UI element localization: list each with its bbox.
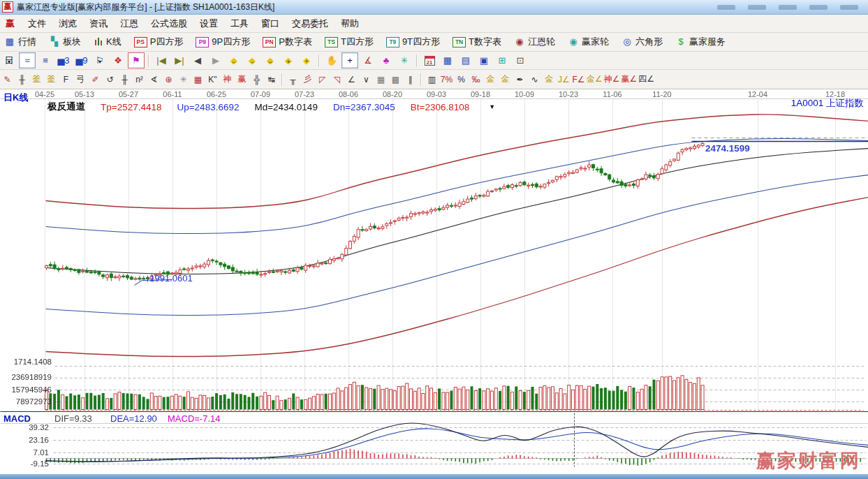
color-flag-icon[interactable]: ⚑	[128, 52, 145, 68]
dense-grid-icon[interactable]: ▦	[374, 72, 388, 87]
shen-angle-icon[interactable]: 神∠	[603, 72, 621, 87]
trend-wave-icon[interactable]: ≈	[19, 52, 36, 68]
menu-设置[interactable]: 设置	[193, 16, 224, 31]
menu-江恩[interactable]: 江恩	[114, 16, 145, 31]
t-square-button[interactable]: TST四方形	[321, 34, 378, 50]
shen-tool-icon[interactable]: 神	[220, 72, 235, 87]
t9-square-button[interactable]: T99T四方形	[382, 34, 444, 50]
gold-gauge-icon[interactable]: 釜	[29, 72, 44, 87]
menu-浏览[interactable]: 浏览	[52, 16, 83, 31]
gann-shape-icon[interactable]: ♣	[378, 52, 395, 68]
ruler-123-icon[interactable]: ╬	[249, 72, 264, 87]
save-icon[interactable]: ▣	[476, 52, 492, 68]
gold-line-icon[interactable]: 金	[498, 72, 513, 87]
hexagon-button[interactable]: ◎六角形	[617, 34, 667, 50]
menu-帮助[interactable]: 帮助	[334, 16, 365, 31]
time-ruler-icon[interactable]: ╫	[15, 72, 29, 87]
menu-文件[interactable]: 文件	[22, 16, 52, 31]
win-tool-icon[interactable]: 赢	[235, 72, 249, 87]
winner-service-button[interactable]: $赢家服务	[671, 34, 730, 50]
f-gauge-icon[interactable]: F	[59, 72, 73, 87]
gold-circle-icon[interactable]: 金	[483, 72, 498, 87]
wave-tool-icon[interactable]: ∿	[527, 72, 542, 87]
scale-list-icon[interactable]: ▥	[425, 72, 439, 87]
ray-fan-icon[interactable]: 彡	[300, 72, 315, 87]
diamond-cross-icon[interactable]: ◆+	[280, 52, 297, 68]
bars-9-icon[interactable]: ▅9	[73, 52, 90, 68]
gann-wheel-button[interactable]: ◉江恩轮	[510, 34, 559, 50]
percent-strike-icon[interactable]: 7%	[439, 72, 454, 87]
channel-dropdown-arrow[interactable]: ▼	[489, 103, 495, 110]
gold-angle-icon[interactable]: 金∠	[586, 72, 603, 87]
star-rays-icon[interactable]: ✳	[176, 72, 191, 87]
p-table-button[interactable]: PNP数字表	[258, 34, 316, 50]
notes-icon[interactable]: ▤	[457, 52, 474, 68]
dense-grid2-icon[interactable]: ▩	[388, 72, 403, 87]
width-measure-icon[interactable]: ↹	[264, 72, 279, 87]
zigzag-icon[interactable]: ∨	[359, 72, 374, 87]
crosshair-icon[interactable]: +	[341, 52, 358, 68]
p9-square-button[interactable]: P99P四方形	[191, 34, 254, 50]
diamond-right-icon[interactable]: ◆→	[244, 52, 260, 68]
four-angle-icon[interactable]: 四∠	[638, 72, 655, 87]
prev-bar-icon[interactable]: ◀	[189, 52, 206, 68]
titlebar-shortcut[interactable]	[748, 5, 766, 10]
win-angle-icon[interactable]: 赢∠	[621, 72, 638, 87]
cycle-shape-icon[interactable]: ✳	[396, 52, 413, 68]
red-grid-icon[interactable]: ▦	[191, 72, 205, 87]
time-ruler2-icon[interactable]: ╫	[117, 72, 132, 87]
menu-交易委托[interactable]: 交易委托	[286, 16, 334, 31]
titlebar-shortcut[interactable]	[717, 5, 735, 10]
fan-box-icon[interactable]: ◸	[315, 72, 330, 87]
spiral-icon[interactable]: 弓	[73, 72, 88, 87]
fan-box2-icon[interactable]: ◹	[330, 72, 344, 87]
calendar-icon[interactable]: 21	[421, 52, 438, 68]
web-report-icon[interactable]: ⊞	[494, 52, 510, 68]
cycle-ruler-icon[interactable]: ↺	[103, 72, 117, 87]
pattern-tool-icon[interactable]: ❖	[110, 52, 126, 68]
ink-pen-icon[interactable]: ✒	[513, 72, 527, 87]
draw-pen-icon[interactable]: ✎	[0, 72, 15, 87]
percent-icon[interactable]: %	[454, 72, 469, 87]
f-angle-icon[interactable]: F∠	[571, 72, 586, 87]
diamond-expand-icon[interactable]: ◆↔	[262, 52, 279, 68]
next-bar-icon[interactable]: ▶	[207, 52, 224, 68]
calculator-icon[interactable]: ▦	[439, 52, 456, 68]
n-squared-icon[interactable]: n²	[132, 72, 147, 87]
j-angle-icon[interactable]: J∠	[557, 72, 571, 87]
first-bar-icon[interactable]: |◀	[153, 52, 170, 68]
pan-hand-icon[interactable]: ✋	[323, 52, 340, 68]
p-square-button[interactable]: PSP四方形	[130, 34, 188, 50]
menu-窗口[interactable]: 窗口	[255, 16, 286, 31]
titlebar-shortcut[interactable]	[809, 5, 827, 10]
menu-资讯[interactable]: 资讯	[83, 16, 114, 31]
gold-gauge2-icon[interactable]: 釜	[44, 72, 59, 87]
axis-grid-icon[interactable]: ╥	[286, 72, 300, 87]
quotes-button[interactable]: ▦行情	[0, 34, 41, 50]
angle-line-icon[interactable]: ∢	[147, 72, 161, 87]
titlebar-shortcut[interactable]	[779, 5, 797, 10]
last-bar-icon[interactable]: ▶|	[171, 52, 188, 68]
angle-measure-icon[interactable]: ∡	[360, 52, 376, 68]
compass-icon[interactable]: ⊕	[161, 72, 176, 87]
titlebar-shortcut[interactable]	[840, 5, 858, 10]
diamond-star-icon[interactable]: ◆*	[298, 52, 315, 68]
gold-underline-icon[interactable]: 金	[542, 72, 557, 87]
menu-公式选股[interactable]: 公式选股	[145, 16, 193, 31]
bars-3-icon[interactable]: ▅3	[55, 52, 72, 68]
sectors-button[interactable]: ▚板块	[45, 34, 85, 50]
period-day-button[interactable]: 日▾	[1, 52, 17, 68]
trend-angle-icon[interactable]: ∠	[344, 72, 359, 87]
pen-chart-icon[interactable]: ✐	[88, 72, 103, 87]
flag-menu-icon[interactable]: ⚐▾	[91, 52, 108, 68]
t-table-button[interactable]: TNT数字表	[448, 34, 506, 50]
parallel-lines-icon[interactable]: ∥	[403, 72, 418, 87]
kline-button[interactable]: K线	[89, 34, 126, 50]
diamond-left-icon[interactable]: ◆←	[226, 52, 242, 68]
send-order-icon[interactable]: ⊡	[512, 52, 529, 68]
winner-wheel-button[interactable]: ◉赢家轮	[564, 34, 613, 50]
info-panel-icon[interactable]: ≡	[37, 52, 54, 68]
menu-工具[interactable]: 工具	[224, 16, 255, 31]
percent-line-icon[interactable]: ‰	[469, 72, 483, 87]
k-mark-icon[interactable]: K"	[205, 72, 220, 87]
